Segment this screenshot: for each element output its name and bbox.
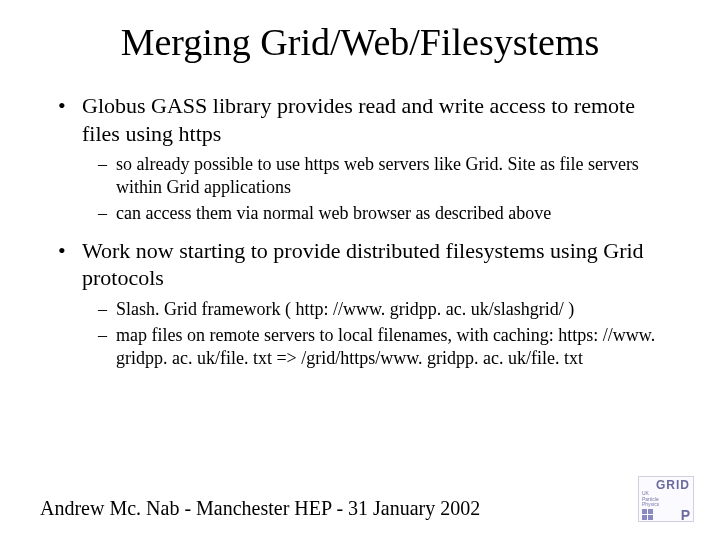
sub-bullet-list: Slash. Grid framework ( http: //www. gri… (82, 298, 670, 370)
slide: Merging Grid/Web/Filesystems Globus GASS… (0, 0, 720, 540)
sub-bullet-item: can access them via normal web browser a… (98, 202, 670, 225)
sub-bullet-item: Slash. Grid framework ( http: //www. gri… (98, 298, 670, 321)
bullet-item: Work now starting to provide distributed… (58, 237, 670, 370)
slide-footer: Andrew Mc. Nab - Manchester HEP - 31 Jan… (40, 497, 480, 520)
bullet-item: Globus GASS library provides read and wr… (58, 92, 670, 225)
slide-title: Merging Grid/Web/Filesystems (40, 20, 680, 64)
sub-bullet-item: so already possible to use https web ser… (98, 153, 670, 198)
logo-squares-icon (642, 509, 653, 520)
bullet-list: Globus GASS library provides read and wr… (40, 92, 680, 369)
bullet-text: Work now starting to provide distributed… (82, 238, 644, 291)
sub-bullet-list: so already possible to use https web ser… (82, 153, 670, 225)
sub-bullet-item: map files on remote servers to local fil… (98, 324, 670, 369)
logo-bottom: P (642, 508, 690, 522)
logo-grid-text: GRID (642, 479, 690, 491)
gridpp-logo: GRID UK Particle Physics P (638, 476, 694, 522)
logo-p-text: P (681, 508, 690, 522)
logo-mid-text: UK Particle Physics (642, 491, 690, 508)
bullet-text: Globus GASS library provides read and wr… (82, 93, 635, 146)
